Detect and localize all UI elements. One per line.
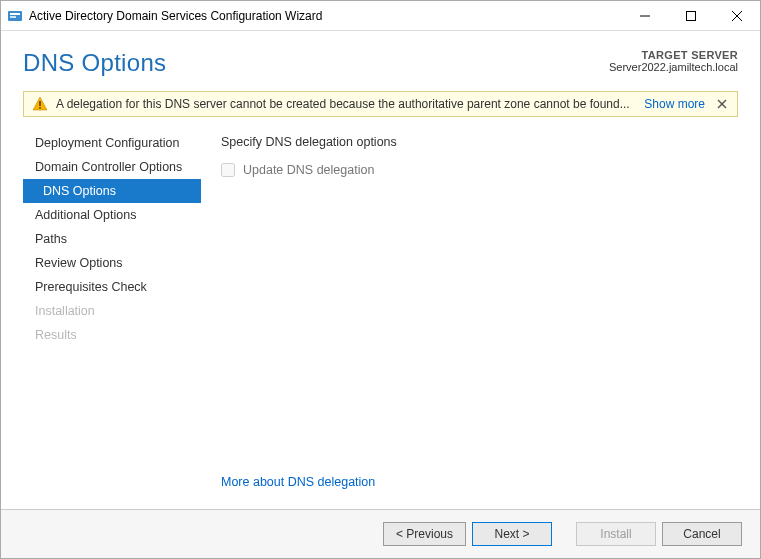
page-header: DNS Options TARGET SERVER Server2022.jam… xyxy=(1,31,760,91)
nav-additional-options[interactable]: Additional Options xyxy=(23,203,201,227)
content-pane: Specify DNS delegation options Update DN… xyxy=(201,129,738,509)
svg-rect-1 xyxy=(10,13,20,15)
window-title: Active Directory Domain Services Configu… xyxy=(29,9,322,23)
svg-rect-9 xyxy=(39,107,41,109)
maximize-button[interactable] xyxy=(668,1,714,31)
previous-button[interactable]: < Previous xyxy=(383,522,466,546)
update-dns-delegation-checkbox[interactable] xyxy=(221,163,235,177)
svg-rect-2 xyxy=(10,16,16,18)
target-server-value: Server2022.jamiltech.local xyxy=(609,61,738,73)
install-button: Install xyxy=(576,522,656,546)
nav-deployment-configuration[interactable]: Deployment Configuration xyxy=(23,131,201,155)
target-server-label: TARGET SERVER xyxy=(609,49,738,61)
minimize-button[interactable] xyxy=(622,1,668,31)
title-bar: Active Directory Domain Services Configu… xyxy=(1,1,760,31)
page-title: DNS Options xyxy=(23,49,166,77)
footer: < Previous Next > Install Cancel xyxy=(1,509,760,558)
nav-paths[interactable]: Paths xyxy=(23,227,201,251)
nav-domain-controller-options[interactable]: Domain Controller Options xyxy=(23,155,201,179)
next-button[interactable]: Next > xyxy=(472,522,552,546)
svg-rect-4 xyxy=(687,11,696,20)
warning-icon xyxy=(32,96,48,112)
app-icon xyxy=(7,8,23,24)
cancel-button[interactable]: Cancel xyxy=(662,522,742,546)
warning-bar: A delegation for this DNS server cannot … xyxy=(23,91,738,117)
warning-text: A delegation for this DNS server cannot … xyxy=(56,97,644,111)
nav-results: Results xyxy=(23,323,201,347)
section-label: Specify DNS delegation options xyxy=(221,135,738,149)
wizard-nav: Deployment Configuration Domain Controll… xyxy=(23,129,201,509)
warning-close-button[interactable] xyxy=(715,97,729,111)
close-button[interactable] xyxy=(714,1,760,31)
target-server-block: TARGET SERVER Server2022.jamiltech.local xyxy=(609,49,738,73)
show-more-link[interactable]: Show more xyxy=(644,97,705,111)
nav-dns-options[interactable]: DNS Options xyxy=(23,179,201,203)
nav-review-options[interactable]: Review Options xyxy=(23,251,201,275)
update-dns-delegation-label: Update DNS delegation xyxy=(243,163,374,177)
nav-prerequisites-check[interactable]: Prerequisites Check xyxy=(23,275,201,299)
nav-installation: Installation xyxy=(23,299,201,323)
more-about-dns-delegation-link[interactable]: More about DNS delegation xyxy=(221,475,738,489)
svg-rect-8 xyxy=(39,101,41,106)
